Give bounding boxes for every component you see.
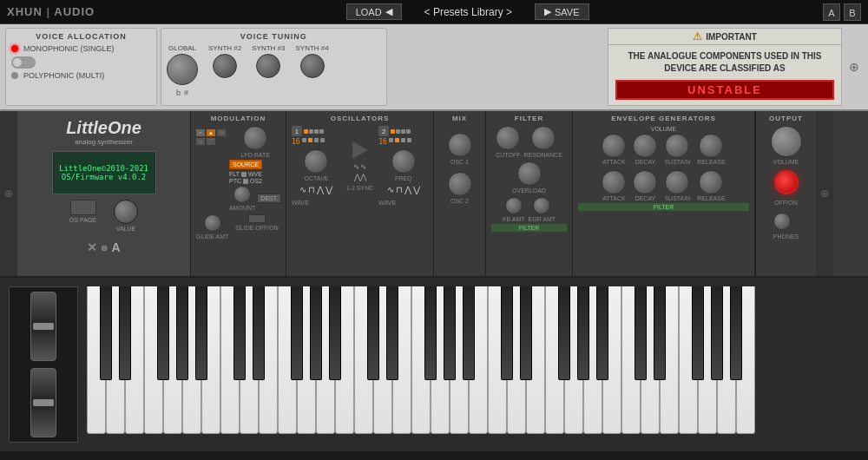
vol-release-knob[interactable] [699,134,723,158]
vol-decay-knob[interactable] [633,134,657,158]
key-as3[interactable] [463,286,475,380]
key-cs4[interactable] [501,286,513,380]
key-fs1[interactable] [157,286,169,380]
key-as4[interactable] [596,286,608,380]
key-gs5[interactable] [711,286,723,380]
os-page-btn[interactable] [70,200,96,215]
cutoff-knob[interactable] [496,126,520,150]
vol-release-group: RELEASE [697,134,725,165]
key-fs4[interactable] [558,286,570,380]
key-cs1[interactable] [100,286,112,380]
source-dest-row: SOURCE [229,160,281,169]
poly-label: POLYPHONIC (MULTI) [23,71,104,80]
source-btn[interactable]: SOURCE [229,160,262,169]
voice-toggle[interactable] [11,56,36,69]
a-button[interactable]: A [823,3,840,21]
expand-right-btn[interactable]: ⊕ [845,28,863,106]
osc1-octave-group: OCTAVE [292,149,341,181]
key-ds5[interactable] [654,286,666,380]
osc2-freq-knob[interactable] [391,149,416,174]
synth4-knob[interactable] [300,54,325,78]
osc1-wave-rev-icon[interactable]: ⋁ [326,185,332,194]
flt-sustain-knob[interactable] [665,170,689,194]
osc2-wave-rev-icon[interactable]: ⋁ [413,185,420,194]
vol-attack-knob[interactable] [602,134,626,158]
flt-attack-label: ATTACK [602,195,626,201]
osc2-wave-sine-icon[interactable]: ∿ [387,185,394,194]
flt-env-sub-label: FILTER [578,203,749,211]
save-button[interactable]: ▶ SAVE [535,3,589,20]
key-as2[interactable] [329,286,341,380]
key-as1[interactable] [195,286,207,380]
synth2-knob[interactable] [213,54,237,78]
expand-left-btn[interactable]: ⊕ [0,111,17,276]
osc1-wave-square-icon[interactable]: ⊓ [308,185,315,194]
key-ds3[interactable] [386,286,398,380]
brand-panel: LittleOne analog synthesizer LittleOne©2… [17,111,191,276]
flt-release-knob[interactable] [699,170,723,194]
glide-toggle[interactable] [248,214,266,223]
osc2-mix-knob[interactable] [448,172,472,196]
filter-knobs-top: CUTOFF RESONANCE [491,126,567,158]
amount-knob[interactable] [233,186,251,203]
global-knob[interactable] [167,54,198,85]
synth3-knob-group: SYNTH #3 [252,44,285,78]
synth3-knob[interactable] [256,54,280,78]
osc1-wave-saw-icon[interactable]: ⋀ [317,185,324,194]
key-ds2[interactable] [253,286,265,380]
osc2-led3 [401,129,405,134]
phones-label: PHONES [773,233,799,240]
piano-keyboard[interactable] [87,286,868,443]
lfo-rate-label: LFO RATE [240,152,270,158]
key-cs2[interactable] [233,286,246,380]
voice-allocation-panel: VOICE ALLOCATION MONOPHONIC (SINGLE) POL… [5,28,157,106]
value-knob[interactable] [114,200,138,224]
osc2-wave-square-icon[interactable]: ⊓ [396,185,403,194]
osc1-wave-sine-icon[interactable]: ∿ [299,185,306,194]
osc1-octave-knob[interactable] [304,149,328,174]
key-gs1[interactable] [176,286,188,380]
key-gs3[interactable] [444,286,456,380]
glide-amt-knob[interactable] [204,214,221,232]
b-button[interactable]: B [844,3,861,21]
ptc-row: PTC OS2 [229,178,281,184]
osc1-mix-knob[interactable] [448,133,472,157]
phones-knob[interactable] [773,213,791,230]
firmware-text: OS/Firmware v4.0.2 [62,173,147,181]
osc2-wave-saw-icon[interactable]: ⋀ [404,185,411,194]
key-fs2[interactable] [291,286,303,380]
egr-amt-knob[interactable] [533,197,550,214]
key-ds1[interactable] [119,286,131,380]
key-gs4[interactable] [577,286,589,380]
expand-right-synth-btn[interactable]: ⊕ [816,111,833,276]
lfo-rate-knob[interactable] [243,126,267,150]
key-gs2[interactable] [310,286,322,380]
output-title: OUTPUT [769,115,803,122]
pitch-wheel[interactable] [30,292,56,361]
dest-btn[interactable]: DEST. [257,194,281,203]
brand-name: LittleOne [66,118,141,138]
vol-output-knob[interactable] [771,126,802,157]
flt-decay-knob[interactable] [633,170,657,194]
flt-attack-knob[interactable] [602,170,626,194]
synth2-label: SYNTH #2 [208,44,241,52]
power-button[interactable] [774,170,799,194]
flt-release-label: RELEASE [697,195,725,201]
key-cs5[interactable] [635,286,647,380]
vol-sustain-knob[interactable] [665,134,689,158]
mod-wheel[interactable] [30,368,56,437]
play-triangle-icon [352,141,368,159]
os2-label: OS2 [250,178,262,184]
resonance-knob[interactable] [531,126,556,150]
load-button[interactable]: LOAD ◀ [346,3,402,20]
key-fs3[interactable] [424,286,437,380]
key-ds4[interactable] [520,286,532,380]
key-fs5[interactable] [692,286,704,380]
kb-amt-knob[interactable] [505,197,523,214]
osc1-led3 [314,129,319,134]
key-as5[interactable] [730,286,742,380]
key-cs3[interactable] [367,286,379,380]
presets-library[interactable]: < Presets Library > [411,4,526,20]
overload-knob[interactable] [517,161,542,186]
sync-wave1-icon: ∿∿ [353,162,367,171]
